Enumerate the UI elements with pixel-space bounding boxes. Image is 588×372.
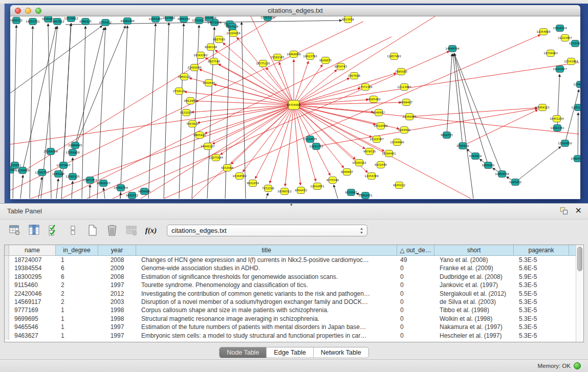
- table-row[interactable]: 911546021997Tourette syndrome. Phenomeno…: [5, 281, 583, 289]
- memory-ok-icon[interactable]: [574, 362, 581, 369]
- graph-node[interactable]: 9245052: [509, 179, 521, 186]
- window-titlebar[interactable]: citations_edges.txt: [10, 5, 580, 16]
- table-selector-dropdown[interactable]: citations_edges.txt ▲▼: [167, 225, 367, 236]
- graph-node[interactable]: 14648794: [445, 46, 460, 52]
- graph-node[interactable]: 15723174: [260, 16, 275, 21]
- table-row[interactable]: 2242004622012Investigating the contribut…: [5, 290, 583, 298]
- table-mode-button[interactable]: [8, 224, 21, 237]
- graph-node[interactable]: 9146875: [319, 57, 332, 64]
- graph-node[interactable]: 17957253: [83, 177, 97, 184]
- graph-node[interactable]: 2718120: [173, 88, 186, 95]
- scrollbar-thumb[interactable]: [577, 247, 582, 271]
- graph-node[interactable]: 9827503: [213, 36, 225, 43]
- graph-node[interactable]: 9273745: [569, 40, 580, 47]
- graph-node[interactable]: 6466160: [178, 16, 190, 23]
- graph-node[interactable]: 12505135: [66, 173, 79, 180]
- graph-node[interactable]: 9827508: [208, 58, 221, 65]
- graph-node[interactable]: 9831054: [247, 180, 259, 187]
- graph-node[interactable]: 15918154: [553, 25, 567, 32]
- select-all-button[interactable]: [47, 224, 60, 237]
- graph-node[interactable]: 12154349: [364, 173, 379, 180]
- tab-network-table[interactable]: Network Table: [314, 347, 368, 358]
- table-row[interactable]: 1456911722003Disruption of a novel membe…: [5, 298, 583, 306]
- graph-node[interactable]: 1527602: [163, 16, 175, 21]
- table-row[interactable]: 1830029562008Estimation of significance …: [5, 273, 583, 281]
- graph-node[interactable]: 11579612: [64, 16, 78, 22]
- graph-node[interactable]: 17571346: [358, 84, 373, 91]
- function-builder-button[interactable]: f(x): [144, 224, 158, 237]
- graph-node[interactable]: 19734993: [543, 50, 557, 57]
- graph-node[interactable]: 11544690: [390, 139, 404, 146]
- close-window-icon[interactable]: [15, 8, 21, 14]
- graph-node[interactable]: 8960123: [178, 74, 190, 80]
- zoom-window-icon[interactable]: [35, 8, 41, 14]
- graph-node[interactable]: 7252246: [262, 185, 275, 192]
- graph-node[interactable]: 12743457: [573, 81, 580, 88]
- graph-node[interactable]: 18226058: [226, 30, 241, 37]
- graph-node[interactable]: 18390512: [277, 188, 291, 195]
- graph-node[interactable]: 16543382: [193, 52, 207, 59]
- graph-node[interactable]: 10653287: [148, 16, 162, 23]
- column-header-pagerank[interactable]: pagerank: [514, 245, 569, 256]
- graph-node[interactable]: 13051234: [571, 104, 580, 111]
- graph-node[interactable]: 12611742: [309, 143, 323, 150]
- graph-node[interactable]: 9242844: [203, 80, 215, 86]
- graph-node[interactable]: 9286225: [79, 18, 92, 25]
- graph-node[interactable]: 12342757: [35, 169, 49, 176]
- column-header-short[interactable]: short: [434, 245, 514, 256]
- graph-node[interactable]: 5435572: [10, 17, 23, 24]
- graph-node[interactable]: 16469098: [287, 51, 301, 58]
- graph-node[interactable]: 16344560: [232, 173, 247, 180]
- network-canvas[interactable]: 18724007 18226058 9827503 8186328 165433…: [10, 16, 580, 199]
- graph-node[interactable]: 8575590: [326, 177, 339, 184]
- graph-node[interactable]: 12610651: [310, 183, 324, 190]
- graph-node[interactable]: 2367608: [348, 73, 361, 79]
- graph-node[interactable]: 9242552: [126, 192, 138, 199]
- graph-node[interactable]: 9099467: [400, 99, 412, 106]
- graph-node[interactable]: 10852471: [358, 192, 372, 199]
- graph-node[interactable]: 8912955: [184, 98, 197, 104]
- graph-node[interactable]: 11857493: [387, 53, 401, 60]
- graph-node[interactable]: 9049467: [341, 169, 353, 176]
- graph-node[interactable]: 22420046: [187, 64, 202, 71]
- graph-node[interactable]: 8186328: [205, 44, 217, 51]
- new-column-button[interactable]: [86, 224, 99, 237]
- graph-node[interactable]: 9131025: [180, 110, 192, 116]
- table-row[interactable]: 946362711997Embryonic stem cells: a mode…: [5, 332, 583, 340]
- graph-node[interactable]: 12543944: [564, 58, 578, 65]
- graph-node[interactable]: 22046975: [402, 114, 416, 120]
- minimize-window-icon[interactable]: [25, 8, 31, 14]
- column-header-name[interactable]: name: [9, 245, 56, 256]
- graph-node[interactable]: 6793919: [469, 153, 482, 160]
- tab-edge-table[interactable]: Edge Table: [267, 347, 313, 358]
- graph-node[interactable]: 9164921: [398, 127, 410, 134]
- graph-node[interactable]: 8605840: [482, 162, 495, 169]
- column-header-in-degree[interactable]: in_degree: [56, 245, 98, 256]
- graph-node[interactable]: 18775105: [256, 60, 270, 67]
- deselect-all-button[interactable]: [67, 224, 80, 237]
- graph-node[interactable]: 8755412: [99, 19, 112, 26]
- delete-table-button[interactable]: [125, 224, 138, 237]
- graph-node[interactable]: 10954509: [495, 171, 509, 178]
- table-row[interactable]: 969969511998Structural magnetic resonanc…: [5, 315, 583, 323]
- graph-node[interactable]: 21984645: [68, 142, 82, 149]
- graph-node[interactable]: 8813054: [342, 16, 355, 23]
- graph-node[interactable]: 17359928: [66, 149, 80, 156]
- table-row[interactable]: 946554611997Estimation of the future num…: [5, 323, 583, 331]
- graph-node[interactable]: 9152446: [375, 162, 387, 168]
- graph-node[interactable]: 20691406: [120, 18, 135, 25]
- graph-node[interactable]: 9764453: [295, 187, 307, 194]
- column-header-year[interactable]: year: [98, 245, 136, 256]
- graph-node[interactable]: 12911381: [550, 125, 564, 132]
- column-header-out-degree[interactable]: △ out_de…: [397, 245, 434, 256]
- close-panel-icon[interactable]: ✕: [575, 206, 582, 215]
- table-row[interactable]: 1872400712008Changes of HCN gene express…: [5, 256, 583, 264]
- graph-node[interactable]: 15582145: [270, 54, 284, 61]
- column-header-title[interactable]: title: [136, 245, 397, 256]
- graph-node[interactable]: 9619725: [441, 132, 453, 139]
- graph-node[interactable]: 9152847: [345, 189, 357, 196]
- graph-node[interactable]: 12213967: [558, 35, 572, 41]
- graph-node[interactable]: 18095492: [366, 96, 380, 103]
- graph-node[interactable]: 19613793: [303, 53, 317, 60]
- graph-node[interactable]: 12103650: [558, 140, 572, 147]
